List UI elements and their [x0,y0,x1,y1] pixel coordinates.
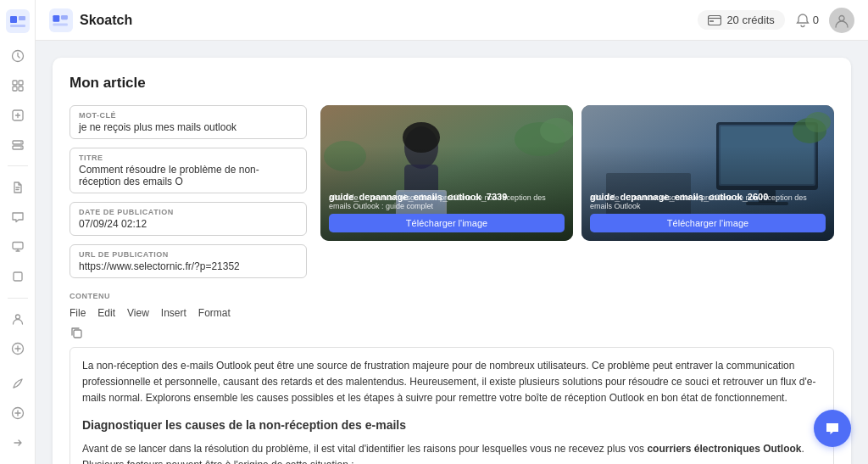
svg-rect-22 [53,23,68,25]
keyword-label: MOT-CLÉ [79,111,298,120]
sidebar-item-add[interactable] [4,103,31,127]
image-2-alt: Alt / Title : Comment résoudre le problè… [590,193,826,232]
url-value: https://www.selectornic.fr/?p=21352 [79,260,298,272]
date-field[interactable]: DATE DE PUBLICATION 07/09/24 02:12 [70,202,307,236]
dashboard-icon [11,79,25,92]
bell-icon [795,13,810,28]
plus-circle-icon [11,342,25,355]
credits-display: 20 crédits [698,10,784,30]
app-logo [49,8,73,32]
sidebar-item-user[interactable] [4,307,31,332]
avatar-icon [834,13,849,28]
toolbar-insert[interactable]: Insert [161,307,186,319]
download-image-2-button[interactable]: Télécharger l'image [590,214,826,232]
keyword-field[interactable]: MOT-CLÉ je ne reçois plus mes mails outl… [70,105,307,139]
doc-icon [11,181,25,194]
notif-count: 0 [813,14,819,26]
svg-rect-24 [709,20,714,22]
add-box-icon [11,109,25,122]
images-column: guide_depannage_emails_outlook_7339 Alt … [320,105,834,278]
svg-rect-6 [19,81,23,85]
download-image-1-button[interactable]: Télécharger l'image [329,214,565,232]
sidebar-logo [4,8,31,33]
title-label: TITRE [79,154,298,162]
app-name: Skoatch [80,13,132,28]
sidebar-item-server[interactable] [4,132,31,157]
monitor-icon [11,240,25,254]
leaf-icon [11,377,25,390]
sidebar-item-plus-circle[interactable] [4,337,31,361]
svg-point-13 [20,147,22,148]
sidebar-item-chat[interactable] [4,204,31,229]
image-1-alt: Alt / Title : Comment résoudre le problè… [329,193,565,232]
main-content: Mon article MOT-CLÉ je ne reçois plus me… [36,41,868,464]
svg-point-16 [15,315,19,319]
image-2-alt-text: Alt / Title : Comment résoudre le problè… [590,193,826,210]
editor-para-1: La non-réception des e-mails Outlook peu… [82,358,821,407]
svg-rect-14 [13,242,23,249]
sidebar-item-clock[interactable] [4,43,31,68]
clock-icon [11,49,25,63]
svg-rect-21 [61,14,68,19]
title-value: Comment résoudre le problème de non-réce… [79,164,298,187]
logo-area: Skoatch [49,8,132,32]
sidebar-item-dashboard[interactable] [4,73,31,98]
url-label: URL DE PUBLICATION [79,250,298,259]
editor-heading-1: Diagnostiquer les causes de la non-récep… [82,416,821,434]
title-field[interactable]: TITRE Comment résoudre le problème de no… [70,148,307,193]
sidebar-item-doc[interactable] [4,175,31,199]
sidebar-item-arrow[interactable] [4,431,31,456]
toolbar-view[interactable]: View [127,307,149,319]
article-card: Mon article MOT-CLÉ je ne reçois plus me… [53,58,851,464]
user-icon [11,312,25,326]
chat-button-icon [824,420,841,437]
sidebar-item-add2[interactable] [4,401,31,426]
svg-rect-7 [13,87,17,91]
chat-button[interactable] [814,410,851,447]
image-card-2: guide_depannage_emails_outlook_2600 Alt … [581,105,834,241]
svg-rect-1 [10,16,17,23]
sidebar-item-leaf[interactable] [4,372,31,396]
box-icon [11,270,25,283]
svg-rect-15 [14,272,22,281]
image-card-1: guide_depannage_emails_outlook_7339 Alt … [320,105,573,241]
svg-rect-2 [19,16,25,20]
svg-rect-8 [19,87,23,91]
svg-rect-5 [13,81,17,85]
copy-icon[interactable] [70,326,834,342]
credits-icon [708,15,721,25]
page-title: Mon article [70,75,834,92]
svg-rect-20 [53,14,59,21]
url-field[interactable]: URL DE PUBLICATION https://www.selectorn… [70,244,307,278]
article-layout: MOT-CLÉ je ne reçois plus mes mails outl… [70,105,834,278]
form-column: MOT-CLÉ je ne reçois plus mes mails outl… [70,105,307,278]
toolbar-edit[interactable]: Edit [97,307,115,319]
arrow-right-icon [11,436,25,450]
sidebar [0,0,36,464]
editor-para-2: Avant de se lancer dans la résolution du… [82,441,821,464]
svg-point-25 [839,15,844,20]
sidebar-item-monitor[interactable] [4,234,31,259]
editor-section-label: CONTENU [70,292,834,300]
toolbar-format[interactable]: Format [198,307,231,319]
logo-icon [6,9,30,33]
editor-content[interactable]: La non-réception des e-mails Outlook peu… [70,347,834,464]
chat-icon [11,210,25,224]
svg-rect-19 [49,8,73,32]
add-icon [11,406,25,420]
svg-point-12 [20,142,22,143]
header: Skoatch 20 crédits 0 [36,0,868,41]
editor-toolbar: File Edit View Insert Format [70,307,834,319]
sidebar-divider-1 [8,165,28,166]
sidebar-divider-2 [8,298,28,299]
svg-rect-3 [10,25,25,27]
user-avatar[interactable] [829,8,854,33]
notifications[interactable]: 0 [795,13,819,28]
toolbar-file[interactable]: File [70,307,86,319]
svg-rect-0 [6,9,30,33]
sidebar-item-box[interactable] [4,265,31,289]
date-label: DATE DE PUBLICATION [79,208,298,216]
credits-value: 20 crédits [726,14,774,26]
image-1-alt-text: Alt / Title : Comment résoudre le problè… [329,193,565,210]
keyword-value: je ne reçois plus mes mails outlook [79,121,298,133]
